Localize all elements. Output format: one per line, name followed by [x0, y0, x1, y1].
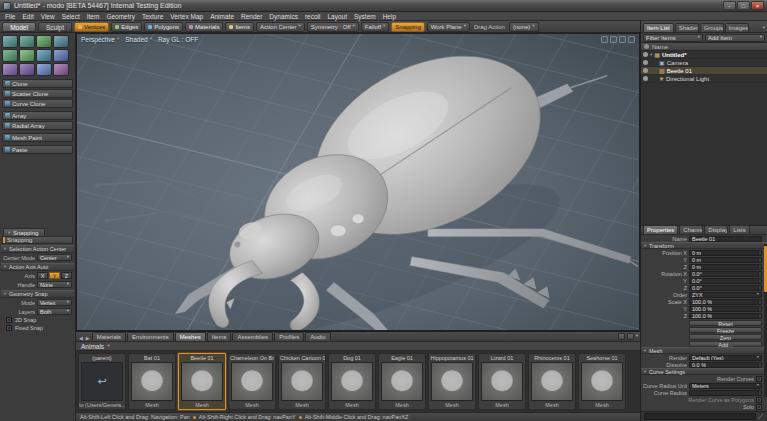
- command-input[interactable]: [644, 413, 756, 420]
- tab-shader-tree[interactable]: Shader Tree: [675, 23, 699, 32]
- resize-grip[interactable]: [758, 414, 764, 420]
- zoom-icon[interactable]: [619, 36, 626, 43]
- snapping-toolbar-button[interactable]: Snapping: [391, 22, 424, 32]
- menu-layout[interactable]: Layout: [327, 13, 347, 20]
- items-mode-button[interactable]: Items: [225, 22, 254, 32]
- item-row-camera[interactable]: ▣ Camera: [641, 59, 767, 67]
- radial-array-button[interactable]: Radial Array: [2, 121, 73, 130]
- tool-icon[interactable]: [53, 63, 69, 76]
- snapping-toggle-button[interactable]: Snapping: [2, 236, 73, 244]
- axis-x-button[interactable]: X: [37, 272, 48, 279]
- action-axis-header[interactable]: ▼Action Axis Auto: [1, 263, 74, 271]
- mini-slider-icon[interactable]: [758, 307, 761, 311]
- visibility-eye-icon[interactable]: [643, 76, 648, 81]
- shading-mode-dropdown[interactable]: Shaded▾: [125, 36, 152, 43]
- item-row-beetle[interactable]: ▧ Beetle 01: [641, 67, 767, 75]
- tool-icon[interactable]: [2, 35, 18, 48]
- menu-file[interactable]: File: [5, 13, 15, 20]
- position-x-field[interactable]: 0 m: [689, 250, 762, 256]
- thumbnail-view-icon[interactable]: [618, 333, 625, 340]
- axis-y-button[interactable]: Y: [49, 272, 60, 279]
- tool-icon[interactable]: [2, 49, 18, 62]
- transform-section-header[interactable]: ▼Transform: [641, 242, 767, 249]
- camera-view-dropdown[interactable]: Perspective▾: [81, 36, 119, 43]
- render-dropdown[interactable]: Default (Yes)▾: [689, 355, 762, 361]
- menu-texture[interactable]: Texture: [142, 13, 163, 20]
- menu-item[interactable]: Item: [87, 13, 100, 20]
- layers-dropdown[interactable]: Both▾: [37, 308, 72, 315]
- tab-display[interactable]: Display: [704, 225, 728, 234]
- tab-item-list[interactable]: Item List: [643, 23, 674, 32]
- tab-groups[interactable]: Groups: [700, 23, 724, 32]
- menu-view[interactable]: View: [41, 13, 55, 20]
- menu-dynamics[interactable]: Dynamics: [269, 13, 298, 20]
- order-dropdown[interactable]: ZYX▾: [689, 292, 762, 298]
- list-view-icon[interactable]: [627, 333, 634, 340]
- axis-z-button[interactable]: Z: [61, 272, 72, 279]
- tab-model[interactable]: Model: [2, 22, 36, 32]
- curve-radius-field[interactable]: [689, 390, 762, 396]
- pan-icon[interactable]: [601, 36, 608, 43]
- polygons-mode-button[interactable]: Polygons: [144, 22, 183, 32]
- falloff-dropdown[interactable]: Falloff▾: [361, 22, 390, 32]
- snap-mode-dropdown[interactable]: Vertex▾: [37, 299, 72, 306]
- preset-tile-hippopotamus[interactable]: Hippopotamus 01 Mesh: [428, 353, 476, 410]
- render-curve-polygons-checkbox[interactable]: [756, 397, 762, 403]
- tab-sculpt[interactable]: Sculpt: [38, 22, 72, 32]
- menu-system[interactable]: System: [354, 13, 376, 20]
- scroll-left-icon[interactable]: ◀: [78, 335, 84, 341]
- visibility-eye-icon[interactable]: [643, 52, 648, 57]
- tab-properties[interactable]: Properties: [643, 225, 678, 234]
- tool-icon[interactable]: [53, 35, 69, 48]
- dissolve-field[interactable]: 0.0 %: [689, 362, 762, 368]
- tab-lists[interactable]: Lists: [729, 225, 749, 234]
- preset-tile-parent[interactable]: (parent) ↩ to (Users/Genera...: [78, 353, 126, 410]
- tool-icon[interactable]: [36, 49, 52, 62]
- expand-arrow-icon[interactable]: ▾: [650, 52, 652, 57]
- preset-tile-dog[interactable]: Dog 01 Mesh: [328, 353, 376, 410]
- preset-tile-eagle[interactable]: Eagle 01 Mesh: [378, 353, 426, 410]
- zero-button[interactable]: Zero: [689, 334, 762, 340]
- tool-icon[interactable]: [53, 49, 69, 62]
- clone-button[interactable]: Clone: [2, 79, 73, 88]
- tool-icon[interactable]: [19, 35, 35, 48]
- preset-tile-beetle[interactable]: Beetle 01 Mesh: [178, 353, 226, 410]
- item-row-directional-light[interactable]: ✳ Directional Light: [641, 75, 767, 83]
- paste-button[interactable]: Paste: [2, 145, 73, 154]
- tab-images[interactable]: Images: [725, 23, 749, 32]
- render-curves-checkbox[interactable]: [756, 376, 762, 382]
- center-mode-dropdown[interactable]: Center▾: [37, 254, 72, 261]
- menu-render[interactable]: Render: [241, 13, 262, 20]
- edges-mode-button[interactable]: Edges: [111, 22, 142, 32]
- tool-icon[interactable]: [2, 63, 18, 76]
- selection-action-center-header[interactable]: ▼Selection Action Center: [1, 245, 74, 253]
- curve-clone-button[interactable]: Curve Clone: [2, 99, 73, 108]
- vertices-mode-button[interactable]: Vertices: [74, 22, 109, 32]
- mesh-paint-button[interactable]: Mesh Paint: [2, 133, 73, 142]
- scroll-right-icon[interactable]: ▶: [85, 335, 91, 341]
- menu-geometry[interactable]: Geometry: [106, 13, 135, 20]
- menu-edit[interactable]: Edit: [22, 13, 33, 20]
- mesh-section-header[interactable]: ▼Mesh: [641, 347, 767, 354]
- solo-checkbox[interactable]: [756, 404, 762, 410]
- menu-select[interactable]: Select: [62, 13, 80, 20]
- tool-icon[interactable]: [19, 49, 35, 62]
- tab-items[interactable]: Items: [207, 332, 232, 341]
- 3d-viewport[interactable]: Perspective▾ Shaded▾ Ray GL : OFF: [76, 33, 640, 331]
- mini-slider-icon[interactable]: [758, 286, 761, 290]
- work-plane-dropdown[interactable]: Work Plane▾: [427, 22, 470, 32]
- visibility-eye-icon[interactable]: [643, 68, 648, 73]
- item-name-field[interactable]: Beetle 01: [689, 236, 762, 242]
- category-bar[interactable]: Animals ▾: [76, 342, 640, 351]
- minimize-button[interactable]: –: [723, 1, 736, 10]
- tool-icon[interactable]: [36, 35, 52, 48]
- reset-button[interactable]: Reset: [689, 320, 762, 326]
- add-item-dropdown[interactable]: Add Item▾: [705, 34, 765, 42]
- 2d-snap-checkbox[interactable]: [6, 317, 12, 323]
- symmetry-dropdown[interactable]: Symmetry : Off▾: [307, 22, 359, 32]
- mini-slider-icon[interactable]: [758, 272, 761, 276]
- tab-materials[interactable]: Materials: [92, 332, 126, 341]
- mini-slider-icon[interactable]: [758, 314, 761, 318]
- menu-help[interactable]: Help: [383, 13, 396, 20]
- item-row-scene[interactable]: ▾ ▦ Untitled*: [641, 51, 767, 59]
